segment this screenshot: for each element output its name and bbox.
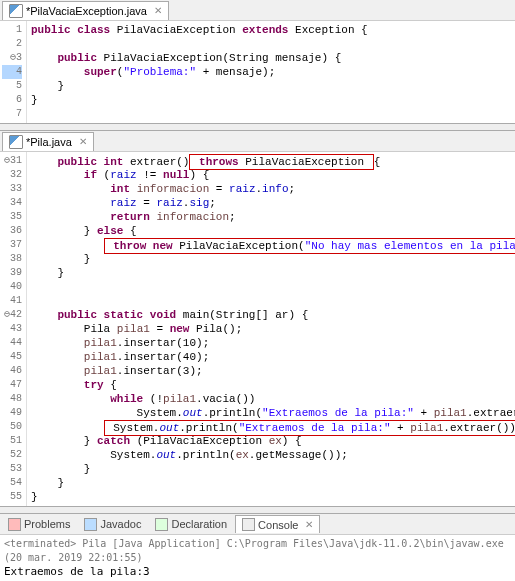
editor1: 12⊖34567public class PilaVaciaException …	[0, 21, 515, 123]
code-line[interactable]: }	[31, 266, 511, 280]
console-view: <terminated> Pila [Java Application] C:\…	[0, 535, 515, 581]
code-line[interactable]: } catch (PilaVaciaException ex) {	[31, 434, 511, 448]
gutter-line: 54	[2, 476, 22, 490]
bottom-tab-bar: Problems Javadoc Declaration Console ✕	[0, 514, 515, 535]
javadoc-icon	[84, 518, 97, 531]
console-icon	[242, 518, 255, 531]
close-icon[interactable]: ✕	[79, 136, 87, 147]
tab-problems[interactable]: Problems	[2, 516, 76, 533]
gutter-line: ⊖31	[2, 154, 22, 168]
gutter-line: 48	[2, 392, 22, 406]
gutter-line: 47	[2, 378, 22, 392]
gutter-line: 33	[2, 182, 22, 196]
gutter-line: 43	[2, 322, 22, 336]
code-line[interactable]: throw new PilaVaciaException("No hay mas…	[31, 238, 511, 252]
code-line[interactable]: Pila pila1 = new Pila();	[31, 322, 511, 336]
gutter-line: 55	[2, 490, 22, 504]
code-line[interactable]: super("Problema:" + mensaje);	[31, 65, 511, 79]
code-line[interactable]: System.out.println("Extraemos de la pila…	[31, 420, 511, 434]
java-file-icon	[9, 135, 23, 149]
code-line[interactable]: pila1.insertar(10);	[31, 336, 511, 350]
code-line[interactable]: int informacion = raiz.info;	[31, 182, 511, 196]
gutter-line: 34	[2, 196, 22, 210]
editor2-tab-title: *Pila.java	[26, 136, 72, 148]
code-line[interactable]	[31, 37, 511, 51]
gutter-line: 41	[2, 294, 22, 308]
tab-console[interactable]: Console ✕	[235, 515, 320, 533]
code-line[interactable]: }	[31, 462, 511, 476]
code-line[interactable]: raiz = raiz.sig;	[31, 196, 511, 210]
close-icon[interactable]: ✕	[154, 5, 162, 16]
code-line[interactable]: }	[31, 490, 511, 504]
gutter-line: 50	[2, 420, 22, 434]
gutter-line: 1	[2, 23, 22, 37]
code-line[interactable]	[31, 107, 511, 121]
code-line[interactable]: }	[31, 79, 511, 93]
code-line[interactable]: public static void main(String[] ar) {	[31, 308, 511, 322]
gutter-line: 5	[2, 79, 22, 93]
code-line[interactable]: return informacion;	[31, 210, 511, 224]
gutter-line: 40	[2, 280, 22, 294]
code-line[interactable]: public PilaVaciaException(String mensaje…	[31, 51, 511, 65]
code-line[interactable]: try {	[31, 378, 511, 392]
gutter-line: 49	[2, 406, 22, 420]
gutter-line: ⊖3	[2, 51, 22, 65]
gutter-line: 44	[2, 336, 22, 350]
editor2-tab[interactable]: *Pila.java ✕	[2, 132, 94, 151]
code-line[interactable]: System.out.println("Extraemos de la pila…	[31, 406, 511, 420]
gutter-line: 37	[2, 238, 22, 252]
code-line[interactable]: public class PilaVaciaException extends …	[31, 23, 511, 37]
editor1-tab-bar: *PilaVaciaException.java ✕	[0, 0, 515, 21]
console-header: <terminated> Pila [Java Application] C:\…	[4, 537, 511, 565]
gutter-line: 32	[2, 168, 22, 182]
problems-icon	[8, 518, 21, 531]
gutter-line: 35	[2, 210, 22, 224]
gutter-line: 6	[2, 93, 22, 107]
gutter-line: 52	[2, 448, 22, 462]
gutter-line: 46	[2, 364, 22, 378]
gutter-line: 4	[2, 65, 22, 79]
code-line[interactable]: }	[31, 93, 511, 107]
gutter-line: ⊖42	[2, 308, 22, 322]
splitter[interactable]	[0, 123, 515, 131]
editor2: ⊖3132333435363738394041⊖4243444546474849…	[0, 152, 515, 506]
code-line[interactable]: pila1.insertar(40);	[31, 350, 511, 364]
code-line[interactable]: }	[31, 476, 511, 490]
code-line[interactable]: while (!pila1.vacia())	[31, 392, 511, 406]
code-line[interactable]	[31, 280, 511, 294]
java-file-icon	[9, 4, 23, 18]
gutter-line: 2	[2, 37, 22, 51]
splitter-2[interactable]	[0, 506, 515, 514]
gutter-line: 53	[2, 462, 22, 476]
gutter-line: 7	[2, 107, 22, 121]
console-line: Extraemos de la pila:3	[4, 565, 511, 579]
code-line[interactable]: System.out.println(ex.getMessage());	[31, 448, 511, 462]
code-line[interactable]: public int extraer() throws PilaVaciaExc…	[31, 154, 511, 168]
gutter-line: 38	[2, 252, 22, 266]
tab-javadoc[interactable]: Javadoc	[78, 516, 147, 533]
declaration-icon	[155, 518, 168, 531]
gutter-line: 51	[2, 434, 22, 448]
tab-declaration[interactable]: Declaration	[149, 516, 233, 533]
code-line[interactable]: if (raiz != null) {	[31, 168, 511, 182]
gutter-line: 36	[2, 224, 22, 238]
code-line[interactable]	[31, 294, 511, 308]
gutter-line: 45	[2, 350, 22, 364]
code-line[interactable]: }	[31, 252, 511, 266]
code-line[interactable]: pila1.insertar(3);	[31, 364, 511, 378]
gutter-line: 39	[2, 266, 22, 280]
editor1-tab[interactable]: *PilaVaciaException.java ✕	[2, 1, 169, 20]
close-icon[interactable]: ✕	[305, 519, 313, 530]
code-line[interactable]: } else {	[31, 224, 511, 238]
editor2-tab-bar: *Pila.java ✕	[0, 131, 515, 152]
editor1-tab-title: *PilaVaciaException.java	[26, 5, 147, 17]
